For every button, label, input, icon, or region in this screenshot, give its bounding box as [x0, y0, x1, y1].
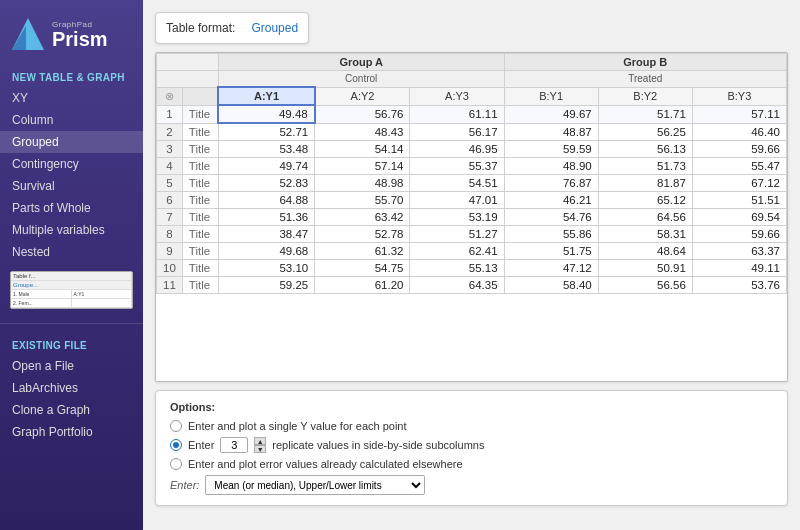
- cell-by3[interactable]: 49.11: [692, 260, 786, 277]
- cell-by3[interactable]: 59.66: [692, 141, 786, 158]
- cell-by2[interactable]: 56.56: [598, 277, 692, 294]
- cell-by1[interactable]: 76.87: [504, 175, 598, 192]
- cell-ay2[interactable]: 54.75: [315, 260, 410, 277]
- cell-ay1[interactable]: 49.68: [218, 243, 314, 260]
- cell-ay3[interactable]: 61.11: [410, 105, 504, 123]
- table-row: 2 Title 52.71 48.43 56.17 48.87 56.25 46…: [157, 123, 787, 141]
- cell-ay2[interactable]: 57.14: [315, 158, 410, 175]
- group-b-header: Group B: [504, 54, 786, 71]
- cell-ay2[interactable]: 61.32: [315, 243, 410, 260]
- cell-by3[interactable]: 46.40: [692, 123, 786, 141]
- cell-by2[interactable]: 58.31: [598, 226, 692, 243]
- cell-ay2[interactable]: 48.43: [315, 123, 410, 141]
- sidebar-item-multiple-variables[interactable]: Multiple variables: [0, 219, 143, 241]
- table-row: 3 Title 53.48 54.14 46.95 59.59 56.13 59…: [157, 141, 787, 158]
- cell-by1[interactable]: 47.12: [504, 260, 598, 277]
- sidebar-item-clone-graph[interactable]: Clone a Graph: [0, 399, 143, 421]
- cell-by1[interactable]: 58.40: [504, 277, 598, 294]
- cell-ay3[interactable]: 54.51: [410, 175, 504, 192]
- stepper-up[interactable]: ▲: [254, 437, 266, 445]
- cell-by1[interactable]: 49.67: [504, 105, 598, 123]
- row-number: 10: [157, 260, 183, 277]
- radio-error-values[interactable]: [170, 458, 182, 470]
- treated-header: Treated: [504, 71, 786, 88]
- cell-ay2[interactable]: 48.98: [315, 175, 410, 192]
- sidebar-item-survival[interactable]: Survival: [0, 175, 143, 197]
- format-value[interactable]: Grouped: [251, 21, 298, 35]
- cell-ay1[interactable]: 53.48: [218, 141, 314, 158]
- cell-by3[interactable]: 51.51: [692, 192, 786, 209]
- cell-by1[interactable]: 51.75: [504, 243, 598, 260]
- radio-replicate[interactable]: [170, 439, 182, 451]
- cell-ay2[interactable]: 61.20: [315, 277, 410, 294]
- cell-by2[interactable]: 81.87: [598, 175, 692, 192]
- sidebar-item-contingency[interactable]: Contingency: [0, 153, 143, 175]
- sidebar-item-column[interactable]: Column: [0, 109, 143, 131]
- cell-by3[interactable]: 67.12: [692, 175, 786, 192]
- cell-ay3[interactable]: 62.41: [410, 243, 504, 260]
- cell-ay3[interactable]: 47.01: [410, 192, 504, 209]
- replicate-stepper[interactable]: ▲ ▼: [254, 437, 266, 453]
- sidebar-item-grouped[interactable]: Grouped: [0, 131, 143, 153]
- cell-by2[interactable]: 65.12: [598, 192, 692, 209]
- cell-ay3[interactable]: 51.27: [410, 226, 504, 243]
- cell-by3[interactable]: 59.66: [692, 226, 786, 243]
- cell-ay2[interactable]: 63.42: [315, 209, 410, 226]
- cell-ay2[interactable]: 55.70: [315, 192, 410, 209]
- cell-ay2[interactable]: 52.78: [315, 226, 410, 243]
- cell-by2[interactable]: 50.91: [598, 260, 692, 277]
- cell-by2[interactable]: 56.13: [598, 141, 692, 158]
- table-row: 4 Title 49.74 57.14 55.37 48.90 51.73 55…: [157, 158, 787, 175]
- cell-ay1[interactable]: 38.47: [218, 226, 314, 243]
- cell-by2[interactable]: 51.71: [598, 105, 692, 123]
- cell-ay1[interactable]: 53.10: [218, 260, 314, 277]
- cell-ay2[interactable]: 56.76: [315, 105, 410, 123]
- cell-ay1[interactable]: 49.48: [218, 105, 314, 123]
- cell-by3[interactable]: 69.54: [692, 209, 786, 226]
- stepper-down[interactable]: ▼: [254, 445, 266, 453]
- radio-single-y[interactable]: [170, 420, 182, 432]
- options-title: Options:: [170, 401, 773, 413]
- cell-ay1[interactable]: 52.83: [218, 175, 314, 192]
- cell-ay1[interactable]: 49.74: [218, 158, 314, 175]
- cell-ay3[interactable]: 55.37: [410, 158, 504, 175]
- cell-ay3[interactable]: 46.95: [410, 141, 504, 158]
- replicate-count-input[interactable]: [220, 437, 248, 453]
- cell-by3[interactable]: 53.76: [692, 277, 786, 294]
- col-ay1-header: A:Y1: [218, 87, 314, 105]
- cell-by1[interactable]: 55.86: [504, 226, 598, 243]
- graphpad-logo-icon: [12, 18, 44, 50]
- cell-by1[interactable]: 48.90: [504, 158, 598, 175]
- cell-ay3[interactable]: 56.17: [410, 123, 504, 141]
- row-title: Title: [182, 277, 218, 294]
- cell-ay1[interactable]: 59.25: [218, 277, 314, 294]
- cell-ay3[interactable]: 53.19: [410, 209, 504, 226]
- sidebar-item-parts-of-whole[interactable]: Parts of Whole: [0, 197, 143, 219]
- cell-ay1[interactable]: 52.71: [218, 123, 314, 141]
- cell-by1[interactable]: 54.76: [504, 209, 598, 226]
- cell-by2[interactable]: 51.73: [598, 158, 692, 175]
- cell-by2[interactable]: 64.56: [598, 209, 692, 226]
- cell-by2[interactable]: 56.25: [598, 123, 692, 141]
- cell-by1[interactable]: 46.21: [504, 192, 598, 209]
- cell-ay3[interactable]: 64.35: [410, 277, 504, 294]
- enter-dropdown[interactable]: Mean (or median), Upper/Lower limits: [205, 475, 425, 495]
- sidebar-item-xy[interactable]: XY: [0, 87, 143, 109]
- cell-ay2[interactable]: 54.14: [315, 141, 410, 158]
- sidebar-item-nested[interactable]: Nested: [0, 241, 143, 263]
- cell-by3[interactable]: 63.37: [692, 243, 786, 260]
- cell-ay3[interactable]: 55.13: [410, 260, 504, 277]
- sidebar-item-graph-portfolio[interactable]: Graph Portfolio: [0, 421, 143, 443]
- cell-by2[interactable]: 48.64: [598, 243, 692, 260]
- sidebar-item-open-file[interactable]: Open a File: [0, 355, 143, 377]
- cell-by1[interactable]: 48.87: [504, 123, 598, 141]
- sidebar-item-labarchives[interactable]: LabArchives: [0, 377, 143, 399]
- cell-by3[interactable]: 57.11: [692, 105, 786, 123]
- cell-by1[interactable]: 59.59: [504, 141, 598, 158]
- cell-ay1[interactable]: 51.36: [218, 209, 314, 226]
- row-number: 3: [157, 141, 183, 158]
- cell-by3[interactable]: 55.47: [692, 158, 786, 175]
- option3-label: Enter and plot error values already calc…: [188, 458, 463, 470]
- cell-ay1[interactable]: 64.88: [218, 192, 314, 209]
- close-col-header: ⊗: [157, 87, 183, 105]
